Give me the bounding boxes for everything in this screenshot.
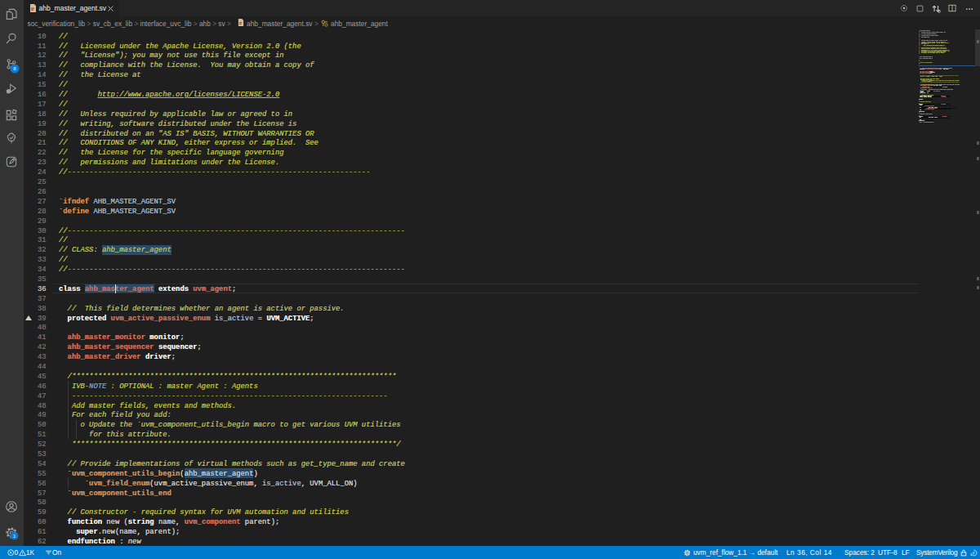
svg-text:1: 1 [13, 534, 16, 539]
svg-text:8: 8 [13, 65, 16, 71]
